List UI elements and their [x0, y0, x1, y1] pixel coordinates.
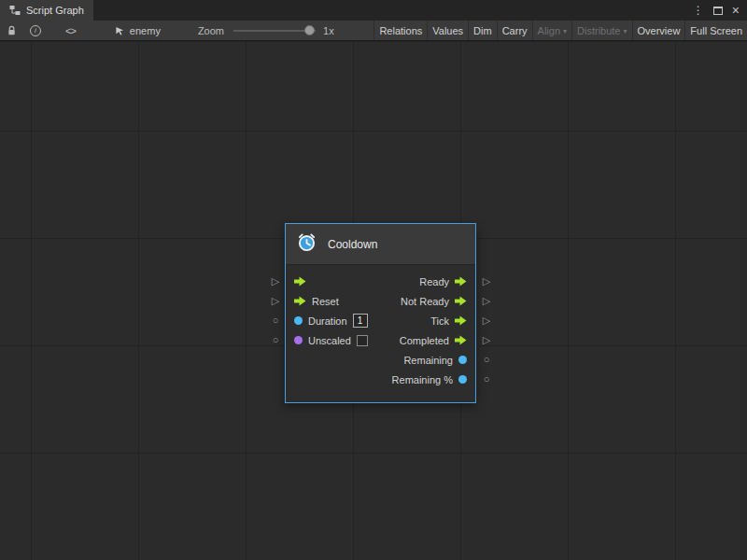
- maximize-icon[interactable]: [713, 7, 723, 15]
- ready-port-icon[interactable]: [455, 276, 467, 287]
- external-duration-input-port[interactable]: ○: [270, 314, 281, 328]
- tab-label: Script Graph: [26, 5, 84, 16]
- cooldown-node[interactable]: Cooldown Ready: [285, 223, 476, 403]
- port-row: Duration Tick: [286, 311, 475, 330]
- zoom-value: 1x: [323, 25, 334, 36]
- flow-input-port-icon[interactable]: [294, 276, 306, 287]
- port-row: Remaining %: [286, 370, 475, 389]
- external-unscaled-input-port[interactable]: ○: [270, 333, 281, 347]
- port-row: Unscaled Completed: [286, 330, 475, 350]
- distribute-button: Distribute ▾: [571, 21, 631, 40]
- overview-button[interactable]: Overview: [632, 21, 685, 40]
- remaining-port-label: Remaining: [403, 355, 453, 366]
- external-notready-output-port[interactable]: ▷: [481, 294, 492, 308]
- alarm-clock-icon: [295, 231, 318, 258]
- script-graph-window: Script Graph ⋮ × i <> enemy Zoom: [0, 0, 747, 560]
- toolbar-buttons: Relations Values Dim Carry Align ▾ Distr…: [374, 21, 747, 40]
- graph-toolbar: i <> enemy Zoom 1x Relations Values Di: [0, 21, 747, 41]
- tab-script-graph[interactable]: Script Graph: [0, 0, 93, 21]
- kebab-menu-icon[interactable]: ⋮: [693, 4, 704, 17]
- not-ready-port-icon[interactable]: [455, 296, 467, 306]
- pointer-icon: [115, 25, 125, 36]
- external-remaining-output-port[interactable]: ○: [481, 353, 492, 367]
- info-icon[interactable]: i: [30, 25, 41, 36]
- tick-port-icon[interactable]: [455, 315, 467, 326]
- duration-value-input[interactable]: [353, 314, 368, 328]
- port-row: Ready: [286, 272, 475, 291]
- relations-button[interactable]: Relations: [374, 21, 427, 40]
- zoom-slider-track: [233, 30, 316, 32]
- node-header[interactable]: Cooldown: [286, 224, 475, 265]
- reset-port-icon[interactable]: [294, 296, 306, 306]
- unscaled-port-label: Unscaled: [308, 335, 351, 346]
- graph-name: enemy: [130, 25, 161, 36]
- carry-button[interactable]: Carry: [497, 21, 532, 40]
- port-row: Reset Not Ready: [286, 291, 475, 311]
- duration-port-icon[interactable]: [294, 316, 303, 325]
- zoom-label: Zoom: [198, 25, 224, 36]
- external-ready-output-port[interactable]: ▷: [481, 274, 492, 288]
- full-screen-button[interactable]: Full Screen: [684, 21, 747, 40]
- cooldown-node-area: ▷ ▷ ○ ○ ▷ ▷ ▷ ▷ ○ ○: [285, 223, 476, 403]
- graph-tab-icon: [9, 5, 21, 16]
- external-completed-output-port[interactable]: ▷: [481, 333, 492, 347]
- lock-icon[interactable]: [7, 25, 17, 36]
- dropdown-arrow-icon: ▾: [624, 27, 627, 35]
- graph-canvas[interactable]: ▷ ▷ ○ ○ ▷ ▷ ▷ ▷ ○ ○: [0, 41, 747, 560]
- external-tick-output-port[interactable]: ▷: [481, 314, 492, 328]
- remaining-port-icon[interactable]: [458, 356, 467, 364]
- values-button[interactable]: Values: [427, 21, 468, 40]
- external-reset-input-port[interactable]: ▷: [270, 294, 281, 308]
- zoom-slider-handle[interactable]: [304, 25, 315, 35]
- not-ready-port-label: Not Ready: [401, 296, 449, 307]
- unscaled-port-icon[interactable]: [294, 336, 303, 344]
- dim-button[interactable]: Dim: [468, 21, 497, 40]
- zoom-slider[interactable]: [233, 21, 316, 41]
- completed-port-label: Completed: [400, 335, 449, 346]
- completed-port-icon[interactable]: [455, 335, 467, 345]
- port-row: Remaining: [286, 350, 475, 370]
- node-body: Ready Reset: [286, 265, 475, 402]
- duration-port-label: Duration: [308, 315, 347, 327]
- remaining-pct-port-icon[interactable]: [458, 375, 467, 384]
- external-remaining-pct-output-port[interactable]: ○: [481, 372, 492, 386]
- align-button: Align ▾: [532, 21, 571, 40]
- node-title: Cooldown: [328, 238, 377, 251]
- tick-port-label: Tick: [430, 315, 449, 327]
- ready-port-label: Ready: [419, 276, 449, 287]
- remaining-pct-port-label: Remaining %: [392, 374, 453, 385]
- dropdown-arrow-icon: ▾: [563, 27, 567, 35]
- close-icon[interactable]: ×: [732, 6, 740, 15]
- reset-port-label: Reset: [312, 296, 339, 307]
- external-flow-input-port[interactable]: ▷: [270, 274, 281, 288]
- code-icon[interactable]: <>: [65, 25, 76, 36]
- graph-breadcrumb[interactable]: enemy: [115, 25, 161, 36]
- unscaled-checkbox[interactable]: [357, 335, 368, 346]
- tab-bar: Script Graph ⋮ ×: [0, 0, 747, 21]
- window-controls: ⋮ ×: [693, 0, 747, 21]
